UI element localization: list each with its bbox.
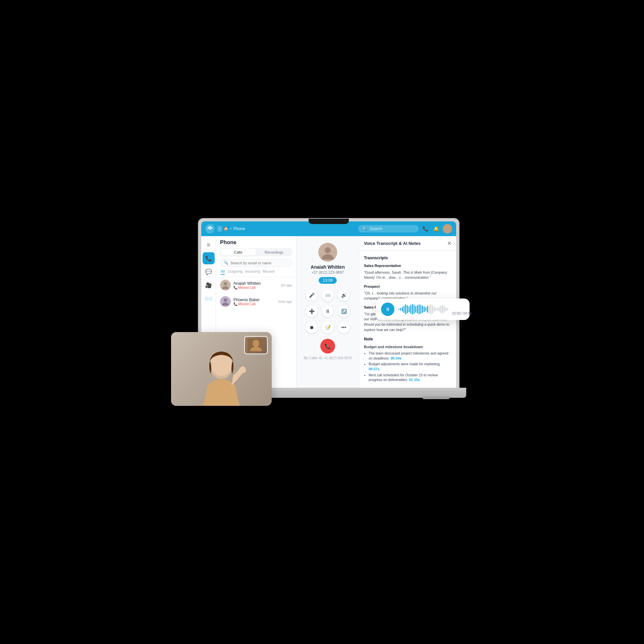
search-icon-sm: 🔍 (224, 261, 228, 265)
call-status-anaiah: 📞 Missed Call (233, 286, 278, 289)
note-link-2[interactable]: 00:57s (369, 367, 380, 371)
search-bar[interactable]: 🔍 (358, 225, 419, 232)
sidebar-item-mail[interactable]: ✉️ (203, 292, 215, 305)
wave-bar-28 (445, 307, 446, 312)
note-section: Note Budget and milestone breakdown The … (364, 336, 451, 383)
caller-id: My Caller ID: +1 (917) 568-9878 (304, 356, 352, 360)
wave-bar-3 (404, 306, 405, 313)
call-filter-tabs: All Outgoing Incoming Missed (220, 269, 292, 275)
video-main-area (171, 332, 272, 406)
call-item-phoenix[interactable]: Phoenix Baker 📞 Missed Call 5min ago (216, 293, 296, 310)
keypad-btn[interactable]: ⌨️ (322, 289, 334, 301)
sidebar-item-menu[interactable]: ≡ (203, 239, 215, 251)
nav-arrow[interactable]: › (217, 226, 222, 232)
call-name-phoenix: Phoenix Baker (233, 298, 276, 302)
wave-bar-16 (425, 307, 426, 312)
svg-point-5 (224, 299, 227, 302)
filter-outgoing[interactable]: Outgoing (227, 269, 243, 275)
bell-icon[interactable]: 🔔 (432, 225, 440, 233)
wave-bar-26 (442, 305, 443, 314)
wave-bar-23 (437, 308, 438, 311)
wave-bar-9 (414, 305, 415, 314)
mute-btn[interactable]: 🎤 (306, 289, 318, 301)
video-call-card (171, 332, 272, 406)
svg-point-0 (209, 228, 211, 230)
tab-calls[interactable]: Calls (221, 249, 256, 256)
tab-recordings[interactable]: Recordings (257, 249, 292, 256)
call-name-anaiah: Anaiah Whitten (233, 281, 278, 286)
svg-point-7 (325, 247, 331, 253)
avatar-phoenix (220, 296, 231, 307)
note-list: The team discussed project milestones an… (364, 351, 451, 382)
sidebar-item-phone[interactable]: 📞 (203, 252, 215, 264)
call-timer: 13:09 (319, 277, 337, 284)
wave-bar-11 (417, 305, 418, 313)
laptop-foot-right (423, 396, 449, 399)
call-item-anaiah[interactable]: Anaiah Whitten 📞 Missed Call 2hr ago (216, 277, 296, 293)
note-link-3[interactable]: 01:15s (409, 378, 420, 382)
close-transcript-button[interactable]: ✕ (447, 240, 451, 247)
search-icon: 🔍 (362, 226, 367, 231)
audio-player-widget: ⏸ 02:50 / 04:01 (376, 299, 470, 320)
home-icon[interactable]: 🏠 (223, 226, 228, 231)
prospect-label: Prospect (364, 284, 451, 289)
filter-incoming[interactable]: Incoming (245, 269, 260, 275)
wave-bar-29 (447, 308, 448, 311)
filter-all[interactable]: All (221, 269, 225, 275)
sidebar-item-chat[interactable]: 💬 (203, 266, 215, 278)
wave-bar-0 (398, 309, 399, 310)
user-avatar[interactable] (443, 224, 452, 233)
avatar-anaiah (220, 280, 231, 290)
wave-bar-24 (439, 307, 440, 312)
wave-bar-13 (420, 305, 421, 314)
wave-bar-15 (424, 306, 425, 312)
note-title: Note (364, 336, 451, 342)
wave-bar-18 (429, 305, 430, 314)
note-link-1[interactable]: 00:34s (390, 356, 401, 360)
wave-bar-7 (410, 305, 411, 314)
call-search-box[interactable]: 🔍 (220, 259, 292, 267)
dial-controls: 🎤 ⌨️ 🔊 ➕ ⏸ ↗️ ⏺ 📝 ••• (306, 289, 350, 333)
dial-contact-name: Anaiah Whitten (311, 264, 345, 270)
note-item-3: Next call scheduled for October 15 to re… (369, 373, 451, 382)
waveform (398, 303, 448, 315)
pip-video (244, 336, 268, 354)
breadcrumb-separator: > (230, 226, 232, 231)
call-info-phoenix: Phoenix Baker 📞 Missed Call (233, 298, 276, 306)
wave-bar-27 (444, 306, 445, 312)
transcript-title: Voice Transcript & AI Notes (364, 241, 421, 246)
sidebar-item-video[interactable]: 🎥 (203, 279, 215, 291)
tab-row: Calls Recordings (220, 248, 292, 256)
audio-time-display: 02:50 / 04:01 (452, 312, 472, 316)
filter-missed[interactable]: Missed (263, 269, 275, 275)
more-btn[interactable]: ••• (338, 321, 350, 333)
search-input[interactable] (369, 226, 410, 231)
transfer-btn[interactable]: ↗️ (338, 305, 350, 317)
phone-icon[interactable]: 📞 (421, 225, 429, 233)
phone-header: Phone Calls Recordings 🔍 (216, 236, 296, 277)
note-item-1: The team discussed project milestones an… (369, 351, 451, 361)
breadcrumb-current: Phone (233, 226, 245, 231)
svg-point-1 (446, 226, 449, 229)
wave-bar-14 (422, 306, 423, 313)
add-call-btn[interactable]: ➕ (306, 305, 318, 317)
wave-bar-17 (427, 306, 428, 312)
wave-bar-8 (412, 304, 413, 315)
wave-bar-10 (415, 306, 416, 312)
play-pause-button[interactable]: ⏸ (381, 303, 394, 316)
notes-btn[interactable]: 📝 (322, 321, 334, 333)
hold-btn[interactable]: ⏸ (322, 305, 334, 317)
dial-area: Anaiah Whitten +27 (812) 223-9897 13:09 … (297, 236, 359, 388)
wave-bar-20 (432, 305, 433, 313)
call-search-input[interactable] (230, 261, 288, 265)
speaker-btn[interactable]: 🔊 (338, 289, 350, 301)
wave-bar-6 (409, 306, 410, 312)
end-call-button[interactable]: 📞 (320, 339, 335, 354)
call-time-anaiah: 2hr ago (281, 283, 292, 287)
dial-avatar (318, 243, 337, 262)
note-item-2: Budget adjustments were made for marketi… (369, 362, 451, 371)
record-btn[interactable]: ⏺ (306, 321, 318, 333)
call-info-anaiah: Anaiah Whitten 📞 Missed Call (233, 281, 278, 289)
wave-bar-21 (434, 307, 435, 312)
wave-bar-25 (440, 306, 441, 313)
